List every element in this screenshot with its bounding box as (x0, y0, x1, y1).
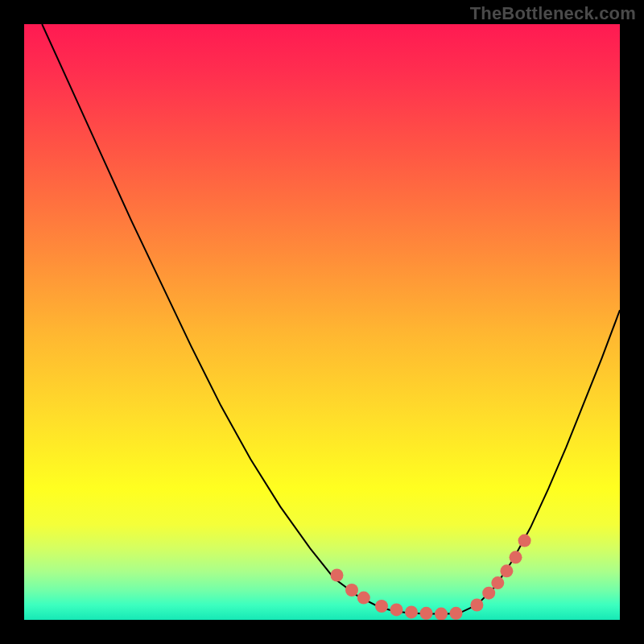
data-point-marker (390, 603, 403, 616)
data-point-marker (405, 605, 418, 618)
data-point-marker (357, 592, 370, 605)
data-point-marker (435, 608, 448, 620)
data-point-marker (482, 587, 495, 600)
chart-stage: TheBottleneck.com (0, 0, 644, 644)
data-point-marker (491, 576, 504, 589)
data-point-marker (500, 564, 513, 577)
plot-area (24, 24, 620, 620)
data-point-marker (420, 607, 433, 620)
data-point-marker (510, 551, 522, 564)
data-point-marker (470, 599, 483, 612)
data-point-marker (345, 584, 358, 597)
data-point-marker (518, 535, 531, 547)
watermark-text: TheBottleneck.com (470, 3, 636, 24)
data-point-marker (331, 569, 344, 582)
bottleneck-curve (42, 24, 620, 614)
curve-layer (24, 24, 620, 620)
data-point-marker (375, 600, 388, 613)
data-point-marker (450, 607, 463, 620)
